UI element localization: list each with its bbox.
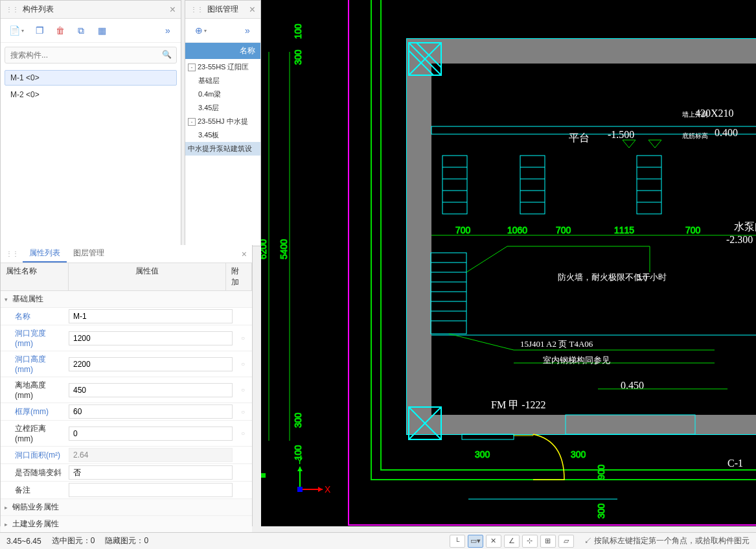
drawing-tree: -23-55HS 辽阳匡 基础层 0.4m梁 3.45层 -23-55HJ 中水… bbox=[185, 59, 260, 157]
property-name: 名称 bbox=[1, 309, 67, 325]
svg-text:室内钢梯构同参见: 室内钢梯构同参见 bbox=[543, 355, 610, 365]
property-input[interactable] bbox=[69, 331, 233, 345]
svg-text:700: 700 bbox=[556, 225, 571, 235]
property-row: 立樘距离(mm)○ bbox=[1, 421, 252, 447]
svg-text:-2.300: -2.300 bbox=[726, 234, 753, 245]
property-name: 洞口高度(mm) bbox=[1, 351, 67, 377]
property-extra[interactable]: ○ bbox=[234, 360, 252, 368]
command-prompt: ↙ 按鼠标左键指定第一个角点，或拾取构件图元 bbox=[584, 535, 750, 546]
tree-leaf[interactable]: 基础层 bbox=[185, 74, 260, 88]
svg-rect-20 bbox=[520, 156, 545, 214]
property-extra[interactable]: ○ bbox=[234, 430, 252, 437]
svg-text:0.400: 0.400 bbox=[715, 127, 738, 138]
panel-title: 构件列表 bbox=[23, 4, 170, 15]
snap-off-button[interactable]: ✕ bbox=[486, 535, 501, 548]
snap-endpoint-button[interactable]: └ bbox=[450, 535, 465, 548]
status-selected: 选中图元：0 bbox=[52, 535, 95, 546]
delete-button[interactable]: 🗑 bbox=[51, 23, 69, 38]
template-button[interactable]: ▦ bbox=[93, 23, 111, 38]
tree-leaf[interactable]: 3.45层 bbox=[185, 101, 260, 115]
svg-rect-1 bbox=[407, 39, 756, 434]
property-input[interactable] bbox=[69, 448, 233, 462]
property-name: 立樘距离(mm) bbox=[1, 421, 67, 446]
component-item[interactable]: M-1 <0> bbox=[5, 70, 177, 86]
property-group-rebar[interactable]: 钢筋业务属性 bbox=[1, 499, 252, 516]
property-input[interactable] bbox=[69, 309, 233, 323]
status-bar: 3.45~6.45 选中图元：0 隐藏图元：0 └ ▭▾ ✕ ∠ ⊹ ⊞ ▱ ↙… bbox=[0, 532, 756, 549]
snap-grid-button[interactable]: ⊞ bbox=[540, 535, 556, 548]
svg-text:6200: 6200 bbox=[261, 239, 268, 259]
svg-rect-78 bbox=[297, 487, 303, 492]
svg-rect-2 bbox=[407, 39, 756, 64]
grip-icon[interactable]: ⋮⋮ bbox=[6, 250, 19, 257]
expand-button[interactable]: » bbox=[159, 23, 177, 38]
tree-leaf[interactable]: 0.4m梁 bbox=[185, 88, 260, 101]
snap-point-button[interactable]: ⊹ bbox=[522, 535, 538, 548]
svg-text:水泵间: 水泵间 bbox=[734, 221, 756, 232]
search-icon[interactable]: 🔍 bbox=[162, 50, 172, 59]
component-list-panel: ⋮⋮ 构件列表 × 📄 ❐ 🗑 ⧉ ▦ » 🔍 M-1 <0> M-2 <0> bbox=[0, 0, 181, 246]
property-input[interactable] bbox=[69, 465, 233, 480]
property-input[interactable] bbox=[69, 357, 233, 371]
add-drawing-button[interactable]: ⊕ bbox=[189, 23, 212, 38]
tree-node[interactable]: -23-55HJ 中水提 bbox=[185, 115, 260, 128]
tab-properties[interactable]: 属性列表 bbox=[23, 245, 67, 263]
cad-canvas[interactable]: 700 1060 700 1115 700 6200 5400 100 300 … bbox=[261, 0, 756, 526]
search-box: 🔍 bbox=[5, 47, 177, 64]
svg-text:Y: Y bbox=[297, 456, 303, 466]
svg-text:FM 甲 -1222: FM 甲 -1222 bbox=[491, 399, 545, 410]
copy-button[interactable]: ❐ bbox=[30, 23, 49, 38]
collapse-icon[interactable]: - bbox=[188, 64, 196, 71]
component-item[interactable]: M-2 <0> bbox=[5, 87, 177, 102]
svg-text:3.0 小时: 3.0 小时 bbox=[637, 272, 667, 282]
component-list: M-1 <0> M-2 <0> bbox=[1, 67, 181, 106]
property-row: 框厚(mm)○ bbox=[1, 403, 252, 421]
property-name: 是否随墙变斜 bbox=[1, 465, 67, 481]
new-component-button[interactable]: 📄 bbox=[5, 23, 28, 38]
close-icon[interactable]: × bbox=[242, 249, 247, 259]
property-tabs: ⋮⋮ 属性列表 图层管理 × bbox=[1, 245, 252, 263]
svg-text:X: X bbox=[325, 484, 331, 495]
chevron-right-icon bbox=[5, 504, 12, 511]
component-toolbar: 📄 ❐ 🗑 ⧉ ▦ » bbox=[1, 19, 181, 43]
svg-text:底筋标高: 底筋标高 bbox=[682, 132, 708, 139]
collapse-icon[interactable]: - bbox=[188, 118, 196, 126]
property-group-civil[interactable]: 土建业务属性 bbox=[1, 516, 252, 533]
property-row: 离地高度(mm)○ bbox=[1, 377, 252, 403]
drawing-toolbar: ⊕ » bbox=[185, 19, 260, 43]
snap-rect-button[interactable]: ▭▾ bbox=[468, 535, 483, 548]
property-input[interactable] bbox=[69, 383, 233, 397]
tree-leaf[interactable]: 3.45板 bbox=[185, 128, 260, 142]
svg-text:墙上开洞: 墙上开洞 bbox=[682, 111, 708, 118]
property-name: 洞口面积(m²) bbox=[1, 447, 67, 463]
property-input[interactable] bbox=[69, 404, 233, 419]
grip-icon[interactable]: ⋮⋮ bbox=[190, 6, 203, 13]
property-row: 洞口宽度(mm)○ bbox=[1, 325, 252, 351]
search-input[interactable] bbox=[5, 47, 177, 64]
chevron-right-icon bbox=[5, 521, 12, 528]
tree-leaf[interactable]: 中水提升泵站建筑设 bbox=[185, 142, 260, 156]
property-extra[interactable]: ○ bbox=[234, 334, 252, 342]
layer-copy-button[interactable]: ⧉ bbox=[72, 23, 90, 38]
property-extra[interactable]: ○ bbox=[234, 386, 252, 393]
grip-icon[interactable]: ⋮⋮ bbox=[6, 6, 19, 13]
snap-angle-button[interactable]: ∠ bbox=[504, 535, 520, 548]
tree-node[interactable]: -23-55HS 辽阳匡 bbox=[185, 60, 260, 74]
close-icon[interactable]: × bbox=[249, 4, 255, 16]
svg-text:300: 300 bbox=[596, 503, 606, 519]
tab-layers[interactable]: 图层管理 bbox=[67, 245, 111, 263]
chevron-down-icon bbox=[5, 296, 12, 303]
property-input[interactable] bbox=[69, 483, 233, 497]
property-row: 是否随墙变斜 bbox=[1, 464, 252, 482]
svg-text:15J401    A2 页    T4A06: 15J401 A2 页 T4A06 bbox=[520, 339, 593, 349]
snap-parallel-button[interactable]: ▱ bbox=[558, 535, 574, 548]
svg-text:1115: 1115 bbox=[614, 225, 634, 235]
property-group-basic[interactable]: 基础属性 bbox=[1, 291, 252, 308]
close-icon[interactable]: × bbox=[170, 4, 176, 16]
svg-text:5400: 5400 bbox=[279, 239, 289, 259]
svg-text:平台: 平台 bbox=[569, 132, 590, 143]
property-input[interactable] bbox=[69, 426, 233, 441]
expand-button[interactable]: » bbox=[238, 23, 257, 38]
svg-rect-4 bbox=[407, 415, 756, 434]
property-extra[interactable]: ○ bbox=[234, 408, 252, 415]
